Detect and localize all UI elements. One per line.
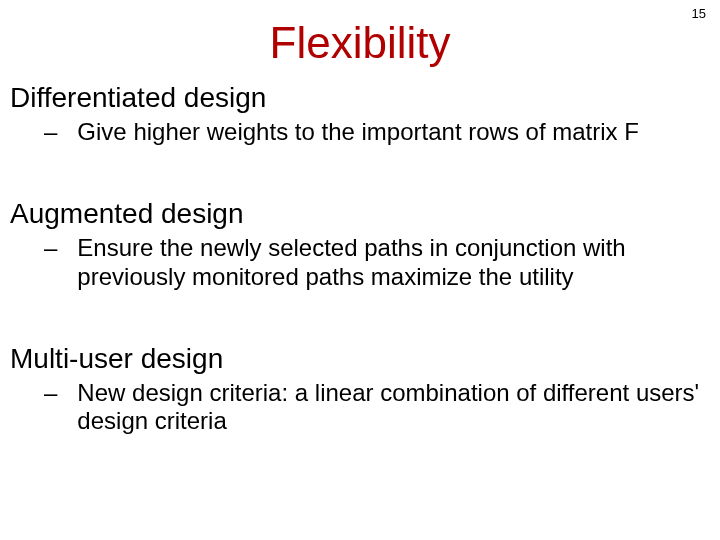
bullet-text-1: Give higher weights to the important row… (77, 118, 639, 146)
bullet-row: – Give higher weights to the important r… (44, 118, 712, 146)
section-heading-3: Multi-user design (10, 343, 720, 375)
bullet-text-3: New design criteria: a linear combinatio… (77, 379, 712, 436)
section-heading-2: Augmented design (10, 198, 720, 230)
bullet-marker: – (44, 234, 57, 291)
section-heading-1: Differentiated design (10, 82, 720, 114)
page-number: 15 (692, 6, 706, 21)
bullet-row: – Ensure the newly selected paths in con… (44, 234, 712, 291)
slide-title: Flexibility (0, 18, 720, 68)
bullet-text-2: Ensure the newly selected paths in conju… (77, 234, 712, 291)
bullet-marker: – (44, 379, 57, 436)
bullet-row: – New design criteria: a linear combinat… (44, 379, 712, 436)
bullet-marker: – (44, 118, 57, 146)
